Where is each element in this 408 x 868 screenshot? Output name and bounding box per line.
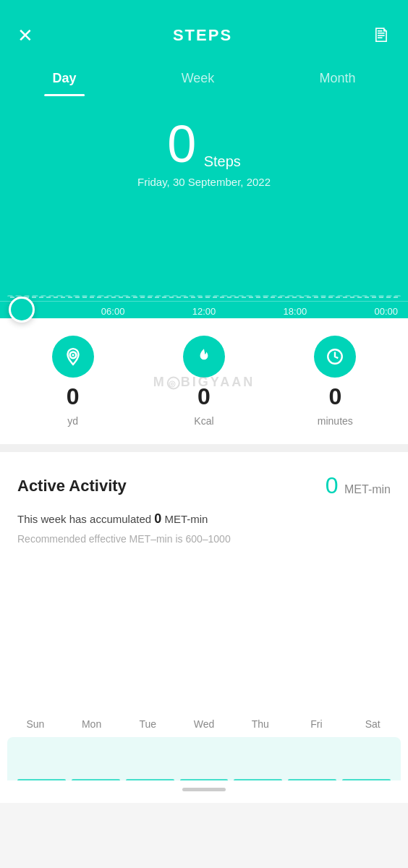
activity-title: Active Activity [17,477,127,495]
bottom-handle [182,788,226,791]
steps-date: Friday, 30 September, 2022 [14,176,394,188]
svg-point-1 [72,354,74,356]
bar-col [394,295,400,297]
week-bar-sat [342,779,391,780]
calories-value: 0 [197,385,211,408]
week-bar-sun [17,779,66,780]
bar-col [197,295,203,297]
bar-col [320,295,326,297]
day-thu: Thu [232,718,289,730]
bar-col [32,295,38,297]
tab-month[interactable]: Month [297,65,377,96]
tab-week[interactable]: Week [160,65,237,96]
time-label-1: 06:00 [101,306,125,317]
activity-header: Active Activity 0 MET-min [17,472,391,499]
header: ✕ STEPS 🖹 [0,0,408,58]
activity-summary-bold: 0 [154,511,161,526]
distance-unit: yd [67,415,78,427]
time-label-3: 18:00 [284,306,307,317]
bar-col [139,295,145,297]
activity-met-display: 0 MET-min [326,472,391,499]
bar-col [296,295,302,297]
clock-icon [314,336,356,378]
bar-col [48,295,54,297]
bar-col [90,295,95,297]
week-bar-wed [180,779,229,780]
steps-label: Steps [204,153,241,176]
bar-col [255,295,260,297]
page-title: STEPS [173,26,232,45]
chart-area: 0 Steps Friday, 30 September, 2022 [0,96,408,318]
bar-col [362,295,367,297]
steps-display: 0 Steps [14,118,394,170]
bar-col [73,295,79,297]
week-bar-thu [234,779,282,780]
bar-col [345,295,351,297]
activity-note: Recommended effective MET–min is 600–100… [17,533,391,545]
day-tue: Tue [119,718,176,730]
week-bar-fri [288,779,336,780]
bar-col [106,295,112,297]
bar-col [238,295,244,297]
bar-col [7,295,13,297]
bar-chart: 00:00 06:00 12:00 18:00 00:00 [0,203,408,318]
tabs-container: Day Week Month [0,58,408,96]
tab-day[interactable]: Day [31,65,98,96]
bar-col [287,295,293,297]
close-button[interactable]: ✕ [17,25,33,47]
stats-row: 0 yd 0 Kcal 0 minutes [0,318,408,445]
bar-col [189,295,195,297]
day-mon: Mon [64,718,120,730]
bar-col [172,295,178,297]
bar-col [230,295,236,297]
location-pin-icon [52,336,94,378]
week-bars [7,737,401,780]
day-sun: Sun [7,718,64,730]
bar-col [370,295,375,297]
bar-col [122,295,128,297]
activity-summary: This week has accumulated 0 MET-min [17,509,391,529]
bar-col [41,295,46,297]
steps-count: 0 [167,118,196,170]
week-section: Sun Mon Tue Wed Thu Fri Sat [0,704,408,803]
bar-col [156,295,161,297]
bar-col [386,295,392,297]
bar-col [378,295,384,297]
stat-distance: 0 yd [52,336,94,427]
bar-col [246,295,252,297]
bar-col [148,295,153,297]
bar-chart-inner [0,203,408,297]
bar-col [98,295,103,297]
bar-col [279,295,285,297]
active-activity-section: Active Activity 0 MET-min This week has … [0,452,408,559]
bar-col [205,295,211,297]
activity-value: 0 [326,472,339,499]
day-wed: Wed [176,718,232,730]
bar-col [82,295,88,297]
bar-col [56,295,62,297]
bar-col [271,295,277,297]
timeline-slider[interactable] [9,297,35,323]
calories-unit: Kcal [194,415,213,427]
bar-col [180,295,186,297]
bar-col [221,295,227,297]
day-sat: Sat [344,718,401,730]
time-value: 0 [328,385,341,408]
bar-col [337,295,343,297]
time-label-2: 12:00 [192,306,216,317]
stat-time: 0 minutes [314,336,356,427]
empty-content-area [0,559,408,704]
time-label-4: 00:00 [374,306,398,317]
time-unit: minutes [318,415,353,427]
bar-col [312,295,318,297]
dashed-timeline [10,297,398,298]
bar-col [131,295,137,297]
week-days-row: Sun Mon Tue Wed Thu Fri Sat [7,718,401,730]
menu-icon[interactable]: 🖹 [372,25,391,47]
bar-col [263,295,268,297]
week-bar-mon [72,779,120,780]
bar-col [163,295,169,297]
flame-icon [183,336,225,378]
bar-col [328,295,334,297]
activity-unit: MET-min [344,483,391,495]
